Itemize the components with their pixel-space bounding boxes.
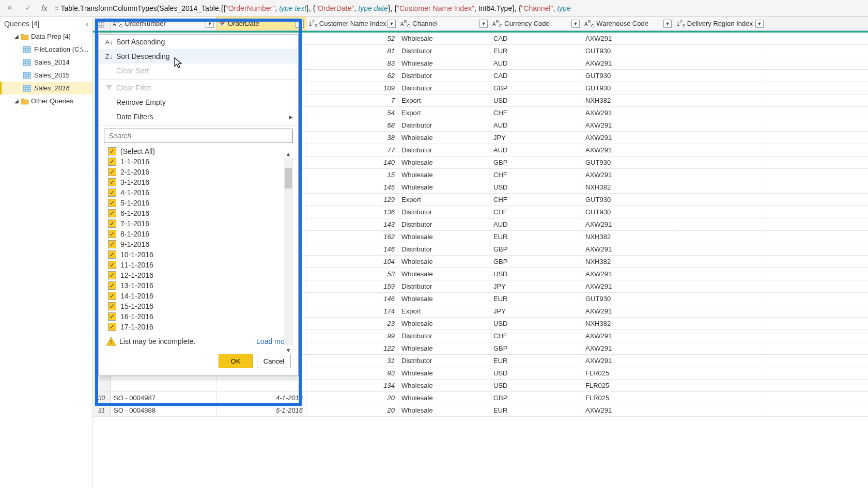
filter-value-item[interactable]: ✓(Select All): [108, 146, 293, 156]
folder-data-prep[interactable]: ◢ Data Prep [4]: [0, 30, 92, 43]
filter-value-item[interactable]: ✓15-1-2016: [108, 301, 293, 311]
filter-value-item[interactable]: ✓14-1-2016: [108, 291, 293, 301]
folder-other-queries[interactable]: ◢ Other Queries: [0, 95, 92, 107]
queries-header[interactable]: Queries [4] ‹: [0, 18, 92, 30]
query-label: FileLocation (C:\...: [34, 45, 89, 53]
filter-dropdown-icon[interactable]: ▼: [388, 20, 396, 28]
cell-warehouse: NXH382: [582, 95, 674, 106]
cancel-formula-icon[interactable]: ✕: [0, 0, 19, 17]
filter-dropdown-icon[interactable]: ▼: [571, 20, 580, 28]
checkbox-icon[interactable]: ✓: [108, 261, 116, 269]
table-row[interactable]: 31SO - 00049885-1-201620WholesaleEURAXW2…: [93, 404, 868, 417]
date-filters[interactable]: Date Filters ▶: [99, 109, 298, 124]
filter-dropdown-icon[interactable]: ▼: [755, 20, 764, 28]
filter-value-item[interactable]: ✓7-1-2016: [108, 218, 293, 229]
checkbox-icon[interactable]: ✓: [108, 158, 116, 166]
checkbox-icon[interactable]: ✓: [108, 302, 116, 310]
sort-ascending[interactable]: A↓ Sort Ascending: [99, 35, 298, 49]
filter-value-item[interactable]: ✓2-1-2016: [108, 167, 293, 177]
menu-label: Clear Sort: [116, 67, 149, 75]
filter-scrollbar[interactable]: ▲ ▼: [284, 149, 293, 355]
ok-button[interactable]: OK: [219, 354, 253, 368]
checkbox-icon[interactable]: ✓: [108, 250, 116, 259]
filter-value-item[interactable]: ✓9-1-2016: [108, 239, 293, 249]
sort-descending[interactable]: Z↓ Sort Descending: [99, 49, 298, 64]
checkbox-icon[interactable]: ✓: [108, 168, 116, 176]
scroll-up-icon[interactable]: ▲: [284, 149, 293, 159]
cell-channel: Wholesale: [398, 132, 490, 144]
filter-value-item[interactable]: ✓11-1-2016: [108, 260, 293, 270]
filter-buttons: OK Cancel: [99, 349, 298, 375]
cell-warehouse: GUT930: [582, 206, 674, 218]
checkbox-icon[interactable]: ✓: [108, 292, 116, 300]
filter-value-item[interactable]: ✓3-1-2016: [108, 177, 293, 187]
cell-channel: Wholesale: [398, 293, 490, 305]
filter-value-item[interactable]: ✓6-1-2016: [108, 208, 293, 218]
rownum-header[interactable]: [93, 17, 111, 30]
filter-value-label: 2-1-2016: [120, 168, 149, 176]
cell-orderdate: 5-1-2016: [216, 404, 306, 416]
checkbox-icon[interactable]: ✓: [108, 240, 116, 248]
filter-value-item[interactable]: ✓13-1-2016: [108, 280, 293, 291]
filter-value-label: 4-1-2016: [120, 188, 149, 197]
filter-dropdown-icon[interactable]: ▼: [663, 20, 672, 28]
filter-dropdown-icon[interactable]: ▼: [479, 20, 488, 28]
cell-region: [674, 181, 766, 193]
filter-value-item[interactable]: ✓12-1-2016: [108, 270, 293, 280]
formula-text[interactable]: = Table.TransformColumnTypes(Sales_2014_…: [52, 4, 868, 12]
query-item-filelocation-c-[interactable]: FileLocation (C:\...: [0, 43, 92, 56]
filter-value-item[interactable]: ✓4-1-2016: [108, 187, 293, 198]
cell-region: [674, 82, 766, 94]
checkbox-icon[interactable]: ✓: [108, 323, 116, 331]
column-header-orderdate[interactable]: 📅OrderDate▼: [216, 17, 306, 30]
column-header-ordernumber[interactable]: ABCOrderNumber▼: [111, 17, 216, 30]
checkbox-icon[interactable]: ✓: [108, 230, 116, 238]
column-header-channel[interactable]: ABCChannel▼: [398, 17, 490, 30]
checkbox-icon[interactable]: ✓: [108, 312, 116, 321]
checkbox-icon[interactable]: ✓: [108, 199, 116, 207]
filter-value-item[interactable]: ✓5-1-2016: [108, 198, 293, 208]
cell-warehouse: FLR025: [582, 380, 674, 391]
column-name: Warehouse Code: [596, 20, 663, 27]
svg-rect-20: [97, 20, 104, 27]
table-row[interactable]: 30SO - 00049874-1-201620WholesaleGBPFLR0…: [93, 392, 868, 404]
filter-value-item[interactable]: ✓8-1-2016: [108, 229, 293, 239]
checkbox-icon[interactable]: ✓: [108, 281, 116, 290]
scroll-down-icon[interactable]: ▼: [284, 345, 293, 355]
column-header-customer-name-index[interactable]: 123Customer Name Index▼: [306, 17, 398, 30]
filter-dropdown-icon[interactable]: ▼: [296, 20, 304, 28]
scroll-track[interactable]: [284, 159, 293, 345]
filter-value-item[interactable]: ✓10-1-2016: [108, 249, 293, 260]
checkbox-icon[interactable]: ✓: [108, 271, 116, 279]
checkbox-icon[interactable]: ✓: [108, 209, 116, 217]
query-item-sales-2014[interactable]: Sales_2014: [0, 56, 92, 69]
cell-customer-index: 83: [306, 57, 398, 69]
remove-empty[interactable]: Remove Empty: [99, 95, 298, 109]
checkbox-icon[interactable]: ✓: [108, 178, 116, 186]
cancel-button[interactable]: Cancel: [257, 354, 291, 368]
query-item-sales-2015[interactable]: Sales_2015: [0, 69, 92, 82]
accept-formula-icon[interactable]: ✓: [19, 0, 37, 17]
cell-currency: JPY: [490, 305, 582, 317]
column-header-warehouse-code[interactable]: ABCWarehouse Code▼: [582, 17, 674, 30]
cell-warehouse: AXW291: [582, 169, 674, 181]
table-row[interactable]: 134WholesaleUSDFLR025: [93, 380, 868, 392]
filter-value-item[interactable]: ✓1-1-2016: [108, 156, 293, 167]
scroll-thumb[interactable]: [285, 168, 292, 188]
column-header-currency-code[interactable]: ABCCurrency Code▼: [490, 17, 582, 30]
cell-orderdate: 4-1-2016: [216, 392, 306, 404]
query-item-sales-2016[interactable]: Sales_2016: [0, 82, 92, 95]
filter-value-item[interactable]: ✓17-1-2016: [108, 322, 293, 332]
column-header-delivery-region-index[interactable]: 123Delivery Region Index▼: [674, 17, 766, 30]
cell-ordernumber: SO - 0004988: [111, 404, 216, 416]
cell-customer-index: 146: [306, 293, 398, 305]
cell-warehouse: AXW291: [582, 218, 674, 230]
filter-value-item[interactable]: ✓16-1-2016: [108, 311, 293, 322]
checkbox-icon[interactable]: ✓: [108, 147, 116, 155]
checkbox-icon[interactable]: ✓: [108, 219, 116, 228]
collapse-icon[interactable]: ‹: [86, 20, 88, 28]
filter-dropdown-icon[interactable]: ▼: [206, 20, 214, 28]
cell-warehouse: NXH382: [582, 318, 674, 329]
checkbox-icon[interactable]: ✓: [108, 188, 116, 197]
search-input[interactable]: [104, 129, 293, 143]
